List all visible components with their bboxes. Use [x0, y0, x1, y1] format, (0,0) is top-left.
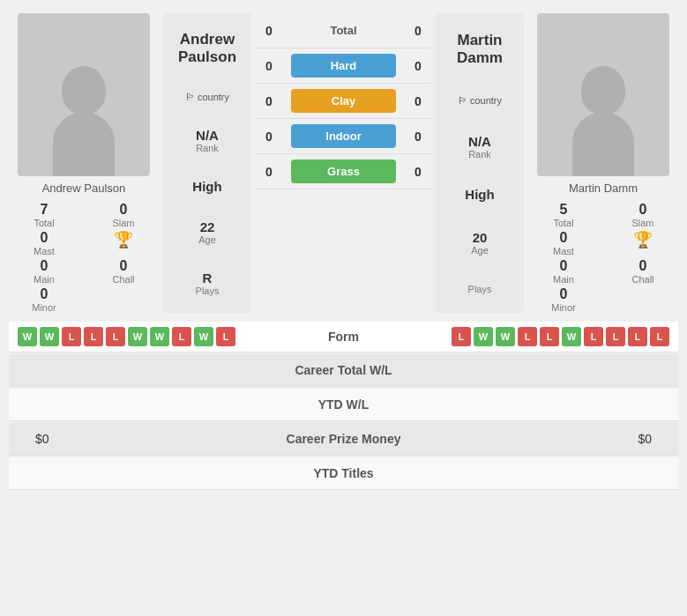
- left-slam-stat: 0 Slam: [88, 202, 159, 228]
- left-age: 22 Age: [198, 219, 216, 245]
- form-badge-l: L: [628, 327, 647, 346]
- right-rank-value: N/A: [468, 134, 491, 149]
- right-age-label: Age: [471, 245, 489, 256]
- right-slam-label: Slam: [631, 218, 653, 228]
- right-plays-label: Plays: [468, 284, 492, 294]
- ytd-wl-label: YTD W/L: [241, 397, 446, 412]
- right-minor-stat: 0 Minor: [528, 286, 599, 313]
- right-rank: N/A Rank: [468, 134, 491, 160]
- indoor-score-right: 0: [405, 130, 431, 144]
- form-badge-w: W: [562, 327, 581, 346]
- form-badge-l: L: [106, 327, 125, 346]
- form-badge-l: L: [452, 327, 471, 346]
- right-slam-stat: 0 Slam: [608, 202, 678, 228]
- right-name-display: Martin Damm: [457, 32, 503, 67]
- left-info-panel: Andrew Paulson 🏳 country N/A Rank High 2…: [163, 13, 251, 313]
- right-total-value: 5: [560, 202, 568, 218]
- form-badge-l: L: [650, 327, 669, 346]
- right-mast-value: 0: [560, 230, 568, 246]
- form-badge-l: L: [540, 327, 559, 346]
- left-total-label: Total: [34, 218, 54, 228]
- main-container: Andrew Paulson 7 Total 0 Slam 0 Mast 🏆: [0, 0, 687, 501]
- form-badge-l: L: [84, 327, 103, 346]
- career-prize-left: $0: [18, 432, 241, 446]
- right-rank-label: Rank: [468, 149, 491, 160]
- right-chall-label: Chall: [631, 274, 653, 285]
- avatar-figure-left: [49, 62, 119, 176]
- left-slam-label: Slam: [112, 218, 134, 228]
- right-mast-label: Mast: [553, 246, 574, 256]
- player-right-stats: 5 Total 0 Slam 0 Mast 🏆 0 Main: [528, 202, 678, 313]
- form-badge-l: L: [584, 327, 603, 346]
- right-level-value: High: [465, 187, 494, 202]
- grass-btn[interactable]: Grass: [291, 160, 396, 183]
- indoor-score-left: 0: [256, 130, 282, 144]
- left-main-value: 0: [41, 258, 49, 274]
- ytd-titles-row: YTD Titles: [9, 457, 678, 490]
- clay-score-right: 0: [405, 94, 431, 108]
- surface-rows: 0 Total 0 0 Hard 0 0 Clay 0 0 Indoor: [256, 13, 431, 189]
- right-country-label: country: [470, 95, 502, 106]
- left-age-value: 22: [198, 219, 216, 234]
- right-country-icon: 🏳: [458, 95, 467, 106]
- left-rank-value: N/A: [196, 128, 219, 143]
- form-label: Form: [291, 330, 397, 344]
- left-total-stat: 7 Total: [9, 202, 79, 228]
- right-total-label: Total: [553, 218, 573, 228]
- avatar-body-left: [53, 112, 115, 176]
- right-plays: Plays: [468, 284, 492, 294]
- indoor-btn[interactable]: Indoor: [291, 124, 396, 148]
- player-left-stats: 7 Total 0 Slam 0 Mast 🏆 0 Main: [9, 202, 159, 313]
- left-name-display: Andrew Paulson: [178, 31, 236, 66]
- right-country: 🏳 country: [458, 95, 502, 106]
- player-right-name: Martin Damm: [569, 182, 638, 195]
- clay-btn[interactable]: Clay: [291, 89, 396, 113]
- right-total-stat: 5 Total: [528, 202, 599, 228]
- left-minor-value: 0: [41, 286, 49, 302]
- form-badges-right: LWWLLWLLLL: [397, 327, 670, 346]
- total-score-right: 0: [405, 24, 431, 38]
- hard-score-right: 0: [405, 59, 431, 73]
- form-badge-w: W: [496, 327, 515, 346]
- center-column: 0 Total 0 0 Hard 0 0 Clay 0 0 Indoor: [256, 13, 431, 313]
- left-trophy-icon: 🏆: [114, 230, 133, 249]
- hard-score-left: 0: [256, 59, 282, 73]
- ytd-wl-row: YTD W/L: [9, 389, 678, 421]
- right-name-line2: Damm: [457, 49, 503, 67]
- right-trophy-icon-container: 🏆: [608, 230, 678, 256]
- form-badge-w: W: [40, 327, 59, 346]
- right-main-value: 0: [560, 258, 568, 274]
- left-country: 🏳 country: [185, 92, 229, 102]
- left-minor-label: Minor: [32, 302, 56, 313]
- left-slam-value: 0: [120, 202, 128, 218]
- left-mast-stat: 0 Mast: [9, 230, 79, 256]
- clay-score-left: 0: [256, 94, 282, 108]
- career-prize-right: $0: [446, 432, 669, 446]
- surface-row-grass: 0 Grass 0: [256, 154, 431, 189]
- form-badges-left: WWLLLWWLWL: [18, 327, 291, 346]
- hard-btn[interactable]: Hard: [291, 54, 396, 78]
- player-right-avatar: [537, 13, 669, 176]
- total-score-left: 0: [256, 24, 282, 38]
- form-badge-w: W: [128, 327, 147, 346]
- player-right: Martin Damm 5 Total 0 Slam 0 Mast 🏆: [528, 13, 678, 313]
- ytd-titles-label: YTD Titles: [241, 466, 446, 480]
- avatar-head-right: [581, 66, 625, 115]
- right-minor-value: 0: [560, 286, 568, 302]
- player-left-avatar: [18, 13, 150, 176]
- left-plays: R Plays: [196, 271, 220, 296]
- right-main-stat: 0 Main: [528, 258, 599, 285]
- player-left: Andrew Paulson 7 Total 0 Slam 0 Mast 🏆: [9, 13, 159, 313]
- right-minor-label: Minor: [551, 302, 576, 313]
- grass-score-right: 0: [405, 165, 431, 179]
- avatar-figure-right: [568, 62, 638, 176]
- total-btn[interactable]: Total: [291, 19, 396, 42]
- right-chall-value: 0: [639, 258, 647, 274]
- bottom-section: WWLLLWWLWL Form LWWLLWLLLL Career Total …: [0, 322, 687, 501]
- player-left-name: Andrew Paulson: [42, 182, 126, 195]
- avatar-head-left: [62, 66, 106, 115]
- form-badge-l: L: [518, 327, 537, 346]
- right-slam-value: 0: [639, 202, 647, 218]
- right-chall-stat: 0 Chall: [608, 258, 678, 285]
- left-minor-stat: 0 Minor: [9, 286, 79, 313]
